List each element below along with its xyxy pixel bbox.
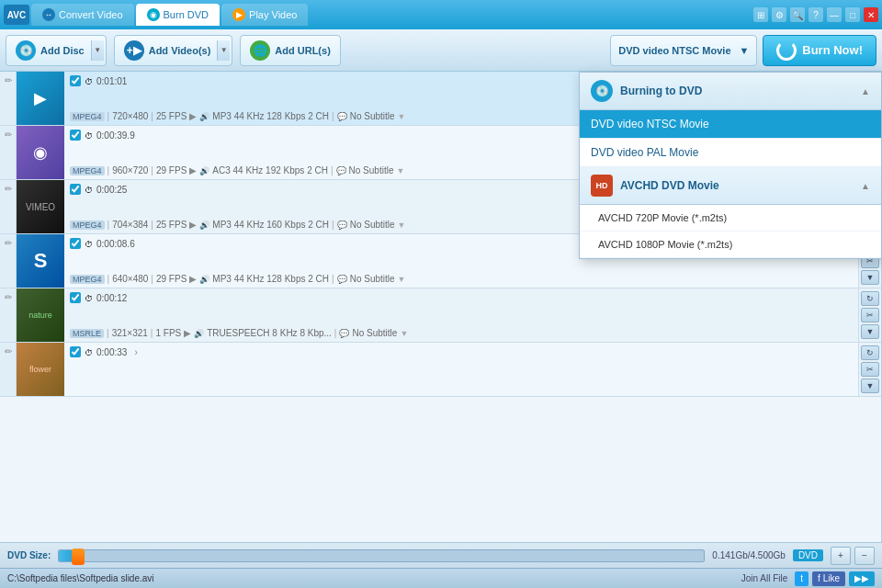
audio-4: MP3 44 KHz 128 Kbps 2 CH <box>212 274 329 284</box>
speaker-icon-1 <box>199 111 209 121</box>
add-disc-button[interactable]: 💿 Add Disc ▼ <box>6 35 107 66</box>
dropdown-item-720p[interactable]: AVCHD 720P Movie (*.m2ts) <box>580 205 881 232</box>
add-btn[interactable]: + <box>831 547 851 565</box>
speaker-icon-2 <box>199 165 209 175</box>
dropdown-1080p-label: AVCHD 1080P Movie (*.m2ts) <box>598 239 732 250</box>
more-btn-6[interactable]: ▼ <box>861 379 879 393</box>
video-thumb-5: nature <box>17 288 64 342</box>
subtitle-dropdown-1[interactable]: ▼ <box>398 112 406 121</box>
clock-icon-4 <box>85 238 93 249</box>
tab-convert-label: Convert Video <box>59 9 123 20</box>
twitter-btn[interactable]: t <box>795 571 808 586</box>
settings-btn[interactable]: ⚙ <box>772 7 786 22</box>
speaker-icon-3 <box>199 220 209 230</box>
remove-btn[interactable]: − <box>854 547 875 565</box>
main-toolbar: 💿 Add Disc ▼ +▶ Add Video(s) ▼ 🌐 Add URL… <box>0 29 882 72</box>
format-dropdown: 💿 Burning to DVD ▲ DVD video NTSC Movie … <box>579 72 882 259</box>
more-btn-5[interactable]: ▼ <box>861 324 879 339</box>
play-btn[interactable]: ▶▶ <box>849 571 875 586</box>
add-disc-label: Add Disc <box>40 45 85 56</box>
burn-now-button[interactable]: Burn Now! <box>763 35 876 66</box>
help-btn[interactable]: ? <box>808 7 823 22</box>
format-badge-1: MPEG4 <box>70 112 105 121</box>
edit-pencil-3[interactable]: ✏ <box>0 180 17 233</box>
add-disc-dropdown[interactable]: ▼ <box>91 40 104 61</box>
hd-icon: HD <box>591 175 613 197</box>
scissors-btn-6[interactable]: ✂ <box>861 362 879 377</box>
disc-icon: 💿 <box>16 40 36 61</box>
subtitle-icon-2 <box>336 165 346 175</box>
dropdown-avchd-arrow[interactable]: ▲ <box>861 181 870 191</box>
video-checkbox-1[interactable] <box>70 75 81 86</box>
dropdown-ntsc-label: DVD video NTSC Movie <box>591 118 709 130</box>
tab-burn[interactable]: ◉ Burn DVD <box>136 4 220 26</box>
fps-2: 29 FPS <box>156 165 187 175</box>
audio-3: MP3 44 KHz 160 Kbps 2 CH <box>212 220 329 230</box>
table-row: ✏ flower 0:00:33 › ↻ ✂ ▼ <box>0 343 881 397</box>
join-all-label: Join All File <box>741 573 788 583</box>
facebook-btn[interactable]: f Like <box>812 571 845 586</box>
title-bar: AVC ↔ Convert Video ◉ Burn DVD ▶ Play Vi… <box>0 0 882 29</box>
clock-icon-5 <box>85 292 93 303</box>
subtitle-2: No Subtitle <box>349 165 394 175</box>
format-badge-3: MPEG4 <box>70 220 105 230</box>
edit-pencil-4[interactable]: ✏ <box>0 234 17 288</box>
progress-thumb[interactable] <box>72 548 85 565</box>
subtitle-dropdown-3[interactable]: ▼ <box>398 220 406 230</box>
resolution-2: 960×720 <box>112 165 148 175</box>
resolution-5: 321×321 <box>112 328 148 338</box>
action-btns-6: ↻ ✂ ▼ <box>858 343 881 396</box>
refresh-btn-6[interactable]: ↻ <box>861 345 879 360</box>
subtitle-dropdown-2[interactable]: ▼ <box>396 166 404 175</box>
subtitle-dropdown-5[interactable]: ▼ <box>400 329 408 338</box>
bottom-right-btns: + − <box>831 547 875 565</box>
burn-icon: ◉ <box>147 8 160 21</box>
audio-5: TRUESPEECH 8 KHz 8 Kbp... <box>207 328 332 338</box>
video-top-6: 0:00:33 › <box>70 346 853 357</box>
format-badge-2: MPEG4 <box>70 166 105 175</box>
add-videos-dropdown[interactable]: ▼ <box>217 40 230 61</box>
video-checkbox-2[interactable] <box>70 130 81 141</box>
add-url-button[interactable]: 🌐 Add URL(s) <box>240 35 341 66</box>
action-btns-5: ↻ ✂ ▼ <box>858 288 881 342</box>
edit-pencil-5[interactable]: ✏ <box>0 288 17 342</box>
burn-spinner-icon <box>776 40 797 61</box>
video-details-4: MPEG4 | 640×480 | 29 FPS ▶ MP3 44 KHz 12… <box>70 274 853 284</box>
more-arrow-6[interactable]: › <box>134 347 137 357</box>
dvd-progress-bar[interactable] <box>58 549 705 562</box>
video-checkbox-4[interactable] <box>70 238 81 249</box>
close-btn[interactable]: ✕ <box>864 7 878 22</box>
tab-convert[interactable]: ↔ Convert Video <box>31 4 134 26</box>
more-btn-4[interactable]: ▼ <box>861 270 879 285</box>
subtitle-dropdown-4[interactable]: ▼ <box>398 275 406 284</box>
edit-pencil-1[interactable]: ✏ <box>0 72 17 125</box>
format-label: DVD video NTSC Movie <box>618 45 730 56</box>
dropdown-item-ntsc[interactable]: DVD video NTSC Movie <box>580 110 881 139</box>
edit-pencil-2[interactable]: ✏ <box>0 126 17 179</box>
video-checkbox-5[interactable] <box>70 292 81 303</box>
maximize-btn[interactable]: □ <box>845 7 860 22</box>
dropdown-collapse-arrow[interactable]: ▲ <box>861 86 870 96</box>
video-duration-2: 0:00:39.9 <box>96 130 135 141</box>
dropdown-section-avchd: HD AVCHD DVD Movie ▲ <box>580 167 881 205</box>
tab-play[interactable]: ▶ Play Video <box>221 4 308 26</box>
app-logo: AVC <box>4 5 29 25</box>
edit-pencil-6[interactable]: ✏ <box>0 343 17 396</box>
format-select[interactable]: DVD video NTSC Movie ▼ <box>610 35 757 66</box>
scissors-btn-5[interactable]: ✂ <box>861 308 879 322</box>
video-checkbox-6[interactable] <box>70 346 81 357</box>
clock-icon-6 <box>85 346 93 357</box>
search-btn[interactable]: 🔍 <box>790 7 805 22</box>
refresh-btn-5[interactable]: ↻ <box>861 291 879 306</box>
add-videos-button[interactable]: +▶ Add Video(s) ▼ <box>114 35 233 66</box>
video-thumb-1: ▶ <box>17 72 64 125</box>
toolbar-btn[interactable]: ⊞ <box>753 7 768 22</box>
resolution-3: 704×384 <box>112 220 148 230</box>
thumb-img-3: VIMEO <box>17 183 64 231</box>
video-checkbox-3[interactable] <box>70 184 81 195</box>
minimize-btn[interactable]: — <box>827 7 842 22</box>
convert-icon: ↔ <box>42 8 55 21</box>
dropdown-item-pal[interactable]: DVD video PAL Movie <box>580 139 881 167</box>
subtitle-5: No Subtitle <box>352 328 397 338</box>
dropdown-item-1080p[interactable]: AVCHD 1080P Movie (*.m2ts) <box>580 232 881 258</box>
